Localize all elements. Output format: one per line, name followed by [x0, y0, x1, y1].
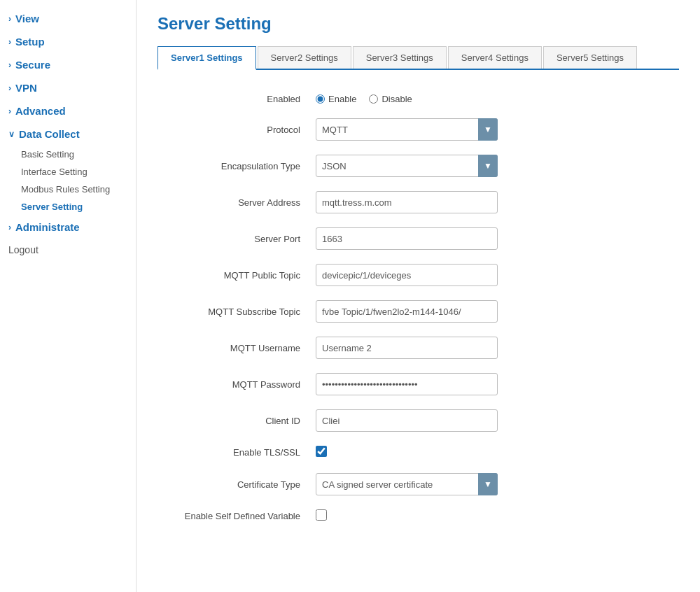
self-defined-checkbox[interactable] [316, 509, 327, 521]
enabled-radio-group: Enable Disable [316, 94, 675, 104]
arrow-icon: › [8, 223, 11, 232]
logout-item[interactable]: Logout [0, 239, 136, 261]
encapsulation-label: Encapsulation Type [158, 148, 312, 184]
enabled-row: Enabled Enable Disable [158, 87, 679, 111]
protocol-row: Protocol MQTTHTTPTCP ▼ [158, 111, 679, 148]
tab-server4[interactable]: Server4 Settings [448, 46, 542, 69]
protocol-select[interactable]: MQTTHTTPTCP [316, 118, 498, 141]
nav-label: Advanced [15, 105, 66, 117]
client-id-label: Client ID [158, 402, 312, 439]
sidebar-item-setup[interactable]: ›Setup [0, 30, 136, 53]
client-id-control [312, 402, 679, 439]
sidebar-item-secure[interactable]: ›Secure [0, 53, 136, 76]
tab-server1[interactable]: Server1 Settings [158, 46, 256, 70]
enable-option[interactable]: Enable [316, 94, 356, 104]
tls-ssl-row: Enable TLS/SSL [158, 439, 679, 466]
cert-type-row: Certificate Type CA signed server certif… [158, 466, 679, 502]
sidebar-sub-server-setting[interactable]: Server Setting [0, 198, 136, 216]
mqtt-public-topic-input[interactable] [316, 264, 498, 286]
enabled-control: Enable Disable [312, 87, 679, 111]
mqtt-username-label: MQTT Username [158, 330, 312, 366]
arrow-icon: › [8, 106, 11, 116]
sidebar-item-vpn[interactable]: ›VPN [0, 76, 136, 99]
protocol-select-wrap: MQTTHTTPTCP ▼ [316, 118, 498, 141]
tab-server2[interactable]: Server2 Settings [258, 46, 351, 69]
server-address-input[interactable] [316, 191, 498, 213]
nav-label: Secure [15, 59, 50, 71]
encapsulation-select[interactable]: JSONXML [316, 155, 498, 177]
server-address-row: Server Address [158, 184, 679, 220]
arrow-icon: ∨ [8, 129, 15, 139]
self-defined-label: Enable Self Defined Variable [158, 502, 312, 530]
cert-type-control: CA signed server certificateSelf-signed … [312, 466, 679, 502]
mqtt-password-label: MQTT Password [158, 366, 312, 402]
mqtt-password-control [312, 366, 679, 402]
mqtt-public-topic-label: MQTT Public Topic [158, 257, 312, 293]
page-title: Server Setting [158, 14, 679, 34]
enable-label: Enable [328, 94, 356, 104]
mqtt-username-control [312, 330, 679, 366]
server-form: Enabled Enable Disable [158, 87, 679, 530]
mqtt-password-row: MQTT Password [158, 366, 679, 402]
mqtt-subscribe-topic-control [312, 293, 679, 330]
server-address-control [312, 184, 679, 220]
arrow-icon: › [8, 83, 11, 93]
mqtt-username-input[interactable] [316, 337, 498, 359]
mqtt-subscribe-topic-label: MQTT Subscribe Topic [158, 293, 312, 330]
arrow-icon: › [8, 14, 11, 24]
sidebar-sub-modbus-rules-setting[interactable]: Modbus Rules Setting [0, 181, 136, 198]
self-defined-control [312, 502, 679, 530]
server-tabs: Server1 SettingsServer2 SettingsServer3 … [158, 46, 679, 70]
nav-label: Administrate [15, 221, 80, 233]
server-address-label: Server Address [158, 184, 312, 220]
server-port-row: Server Port [158, 220, 679, 257]
sidebar-sub-basic-setting[interactable]: Basic Setting [0, 146, 136, 163]
cert-type-select-wrap: CA signed server certificateSelf-signed … [316, 473, 498, 495]
nav-label: View [15, 13, 39, 24]
encapsulation-select-wrap: JSONXML ▼ [316, 155, 498, 177]
disable-radio[interactable] [369, 94, 378, 104]
protocol-control: MQTTHTTPTCP ▼ [312, 111, 679, 148]
encapsulation-row: Encapsulation Type JSONXML ▼ [158, 148, 679, 184]
enable-radio[interactable] [316, 94, 325, 104]
sidebar-item-view[interactable]: ›View [0, 7, 136, 30]
tls-ssl-checkbox[interactable] [316, 446, 327, 457]
tls-ssl-control [312, 439, 679, 466]
tls-ssl-label: Enable TLS/SSL [158, 439, 312, 466]
mqtt-password-input[interactable] [316, 373, 498, 395]
sidebar-sub-interface-setting[interactable]: Interface Setting [0, 163, 136, 181]
self-defined-row: Enable Self Defined Variable [158, 502, 679, 530]
server-port-input[interactable] [316, 227, 498, 250]
sidebar-item-data-collect[interactable]: ∨Data Collect [0, 122, 136, 146]
arrow-icon: › [8, 60, 11, 70]
sidebar-item-advanced[interactable]: ›Advanced [0, 99, 136, 122]
nav-label: Setup [15, 36, 45, 48]
nav-label: VPN [15, 82, 37, 94]
arrow-icon: › [8, 37, 11, 47]
client-id-row: Client ID [158, 402, 679, 439]
nav-label: Data Collect [19, 128, 80, 140]
tab-server5[interactable]: Server5 Settings [543, 46, 637, 69]
cert-type-label: Certificate Type [158, 466, 312, 502]
disable-label: Disable [382, 94, 412, 104]
main-content: Server Setting Server1 SettingsServer2 S… [136, 0, 700, 592]
protocol-label: Protocol [158, 111, 312, 148]
server-port-label: Server Port [158, 220, 312, 257]
disable-option[interactable]: Disable [369, 94, 412, 104]
encapsulation-control: JSONXML ▼ [312, 148, 679, 184]
cert-type-select[interactable]: CA signed server certificateSelf-signed … [316, 473, 498, 495]
server-port-control [312, 220, 679, 257]
mqtt-subscribe-topic-row: MQTT Subscribe Topic [158, 293, 679, 330]
mqtt-public-topic-row: MQTT Public Topic [158, 257, 679, 293]
mqtt-username-row: MQTT Username [158, 330, 679, 366]
enabled-label: Enabled [158, 87, 312, 111]
sidebar-item-administrate[interactable]: ›Administrate [0, 216, 136, 239]
sidebar: ›View›Setup›Secure›VPN›Advanced∨Data Col… [0, 0, 136, 592]
client-id-input[interactable] [316, 409, 498, 432]
mqtt-subscribe-topic-input[interactable] [316, 300, 498, 323]
tab-server3[interactable]: Server3 Settings [353, 46, 447, 69]
mqtt-public-topic-control [312, 257, 679, 293]
